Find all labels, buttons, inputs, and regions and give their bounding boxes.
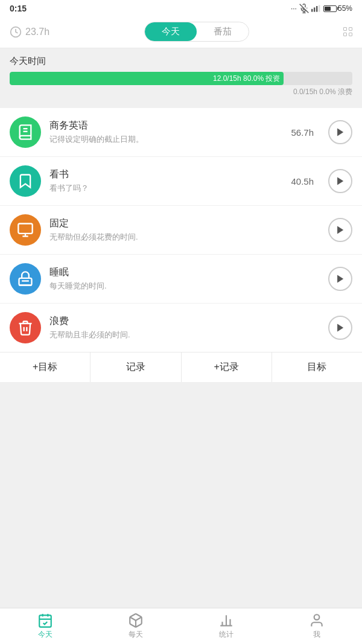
tab-tomato[interactable]: 番茄 (197, 22, 249, 41)
nav-item-everyday[interactable]: 每天 (91, 609, 181, 643)
play-icon (335, 323, 345, 333)
record-button[interactable]: 记录 (91, 352, 181, 382)
task-desc: 无帮助但必须花费的时间. (49, 232, 305, 243)
svg-rect-12 (18, 224, 32, 234)
status-icons: ··· 55% (291, 4, 352, 13)
task-icon-waste (10, 312, 41, 343)
tab-group[interactable]: 今天 番茄 (144, 22, 249, 42)
task-icon-fixed (10, 214, 41, 246)
svg-rect-4 (314, 7, 315, 11)
book-icon (17, 124, 34, 141)
signal-icon (311, 4, 321, 13)
nav-bar: 今天 每天 统计 我 (0, 608, 362, 644)
monitor-icon (17, 222, 34, 238)
silent-icon (299, 4, 309, 13)
task-info-fixed: 固定 无帮助但必须花费的时间. (49, 217, 305, 243)
play-button[interactable] (328, 120, 352, 144)
task-name: 睡眠 (49, 266, 305, 279)
play-icon (335, 127, 345, 137)
task-item: 浪费 无帮助且非必须的时间. (0, 304, 362, 352)
task-time: 56.7h (291, 127, 314, 138)
play-button[interactable] (328, 218, 352, 242)
svg-marker-19 (337, 275, 343, 282)
task-item: 看书 看书了吗？ 40.5h (0, 157, 362, 206)
nav-item-today[interactable]: 今天 (0, 609, 91, 643)
grid-view-icon[interactable] (343, 27, 352, 36)
bookmark-icon (17, 173, 34, 190)
play-icon (335, 225, 345, 235)
sleep-icon (17, 270, 34, 287)
task-name: 固定 (49, 217, 305, 230)
dots-icon: ··· (291, 4, 297, 13)
task-icon-sleep (10, 263, 41, 295)
nav-label-everyday: 每天 (129, 630, 143, 640)
add-goal-button[interactable]: +目标 (0, 352, 91, 382)
task-time: 40.5h (291, 176, 314, 187)
nav-label-today: 今天 (38, 630, 52, 640)
top-bar: 23.7h 今天 番茄 (0, 17, 362, 48)
clock-icon (10, 26, 22, 38)
progress-bar-fill: 12.0/15h 80.0% 投资 (10, 72, 284, 85)
svg-point-30 (314, 614, 320, 620)
progress-label: 12.0/15h 80.0% 投资 (213, 74, 280, 84)
nav-label-stats: 统计 (219, 630, 233, 640)
nav-item-stats[interactable]: 统计 (181, 609, 272, 643)
svg-marker-15 (337, 226, 343, 234)
task-name: 看书 (49, 168, 282, 181)
profile-nav-icon (309, 613, 325, 628)
svg-marker-10 (337, 129, 343, 136)
svg-rect-21 (39, 615, 51, 627)
everyday-nav-icon (128, 613, 144, 628)
play-button[interactable] (328, 267, 352, 291)
progress-sub-label: 0.0/15h 0.0% 浪费 (10, 87, 352, 97)
svg-marker-11 (337, 177, 343, 185)
task-name: 商务英语 (49, 120, 282, 132)
status-time: 0:15 (10, 4, 27, 13)
task-item: 固定 无帮助但必须花费的时间. (0, 206, 362, 255)
status-bar: 0:15 ··· 55% (0, 0, 362, 17)
task-info-reading: 看书 看书了吗？ (49, 168, 282, 194)
svg-marker-20 (337, 324, 343, 331)
task-info-sleep: 睡眠 每天睡觉的时间. (49, 266, 305, 292)
total-time-display: 23.7h (10, 26, 49, 38)
task-icon-reading (10, 165, 41, 197)
today-nav-icon (37, 613, 53, 628)
task-icon-business-english (10, 116, 41, 148)
task-info-business-english: 商务英语 记得设定明确的截止日期。 (49, 120, 282, 145)
battery-indicator: 55% (323, 4, 352, 13)
task-info-waste: 浪费 无帮助且非必须的时间. (49, 315, 305, 340)
play-icon (335, 176, 345, 186)
svg-rect-3 (311, 9, 313, 12)
play-button[interactable] (328, 169, 352, 193)
task-desc: 无帮助且非必须的时间. (49, 330, 305, 340)
progress-bar-container: 12.0/15h 80.0% 投资 (10, 72, 352, 85)
total-time-value: 23.7h (25, 27, 49, 37)
play-icon (335, 274, 345, 284)
section-title: 今天时间 (0, 48, 362, 72)
bottom-toolbar: +目标 记录 +记录 目标 (0, 352, 362, 382)
stats-nav-icon (218, 613, 234, 628)
task-desc: 记得设定明确的截止日期。 (49, 134, 282, 145)
trash-icon (17, 319, 34, 336)
tab-today[interactable]: 今天 (145, 22, 197, 41)
progress-area: 12.0/15h 80.0% 投资 0.0/15h 0.0% 浪费 (0, 72, 362, 102)
svg-rect-16 (19, 278, 32, 285)
task-desc: 每天睡觉的时间. (49, 281, 305, 292)
add-record-button[interactable]: +记录 (182, 352, 272, 382)
task-desc: 看书了吗？ (49, 183, 282, 194)
task-item: 商务英语 记得设定明确的截止日期。 56.7h (0, 108, 362, 157)
goal-button[interactable]: 目标 (272, 352, 362, 382)
task-item: 睡眠 每天睡觉的时间. (0, 255, 362, 304)
battery-percent: 55% (338, 4, 352, 13)
svg-rect-6 (319, 5, 320, 11)
task-list: 商务英语 记得设定明确的截止日期。 56.7h 看书 看书了吗？ 40.5h (0, 108, 362, 382)
play-button[interactable] (328, 316, 352, 340)
task-name: 浪费 (49, 315, 305, 328)
nav-label-profile: 我 (313, 630, 320, 640)
svg-rect-5 (316, 6, 317, 12)
nav-item-profile[interactable]: 我 (272, 609, 362, 643)
